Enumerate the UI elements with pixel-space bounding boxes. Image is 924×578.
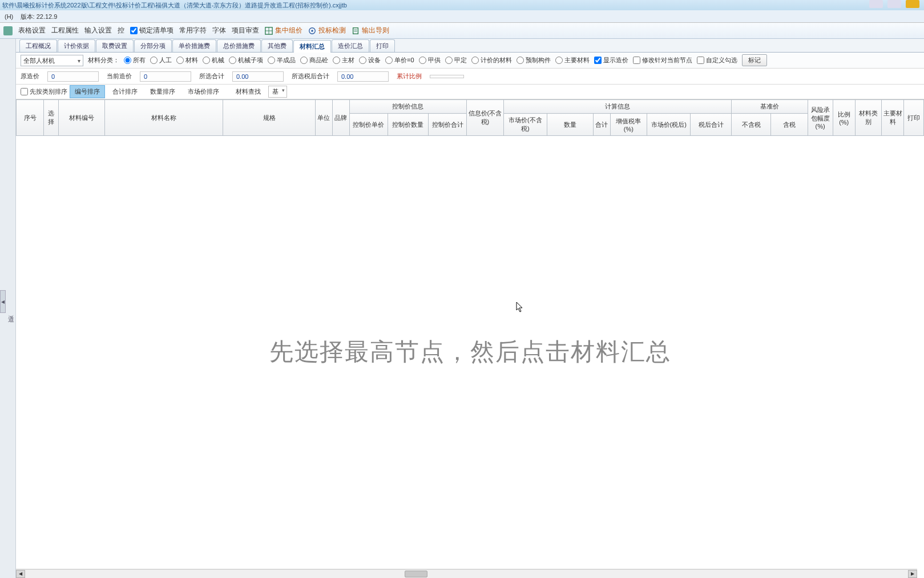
col-ratio[interactable]: 比例(%) (833, 100, 855, 136)
col-market-aftertax[interactable]: 市场价(税后) (647, 114, 691, 136)
data-grid[interactable]: 序号 选择 材料编号 材料名称 规格 单位 品牌 控制价信息 信息价(不含税) … (16, 99, 924, 578)
sort-by-qty[interactable]: 数量排序 (145, 85, 180, 98)
radio-concrete[interactable]: 商品砼 (300, 56, 328, 65)
radio-main-mat[interactable]: 主材 (333, 56, 354, 65)
tab-cost-summary[interactable]: 造价汇总 (332, 39, 369, 52)
radio-all[interactable]: 所有 (124, 56, 146, 65)
col-tax[interactable]: 含税 (771, 114, 808, 136)
grp-calc[interactable]: 计算信息 (503, 100, 731, 114)
radio-key-mat[interactable]: 主要材料 (555, 56, 590, 65)
orig-price-value[interactable]: 0 (47, 71, 99, 82)
tab-unit-measure[interactable]: 单价措施费 (172, 39, 216, 52)
radio-zero[interactable]: 单价=0 (385, 56, 414, 65)
radio-jiagong[interactable]: 甲供 (419, 56, 441, 65)
toolbar-item[interactable]: 字体 (212, 26, 226, 35)
version-value: 22.12.9 (37, 13, 58, 20)
toolbar-special-export[interactable]: 输出导则 (352, 26, 389, 35)
material-search[interactable]: 材料查找 (231, 85, 266, 98)
col-ctrl-price[interactable]: 控制价单价 (349, 114, 388, 136)
col-notax[interactable]: 不含税 (731, 114, 770, 136)
col-spec[interactable]: 规格 (223, 100, 316, 136)
base-combo[interactable]: 基 (268, 86, 287, 98)
tab-fee[interactable]: 取费设置 (96, 39, 134, 52)
col-main-material[interactable]: 主要材料 (881, 100, 903, 136)
col-category[interactable]: 材料类别 (855, 100, 881, 136)
radio-machine[interactable]: 机械 (203, 56, 224, 65)
radio-semi[interactable]: 半成品 (268, 56, 296, 65)
tab-subitem[interactable]: 分部分项 (134, 39, 172, 52)
sort-by-code[interactable]: 编号排序 (70, 85, 105, 98)
radio-prefab[interactable]: 预制构件 (517, 56, 551, 65)
toolbar-item[interactable]: 常用字符 (179, 26, 207, 35)
collapse-left-icon[interactable]: ◀ (0, 290, 6, 313)
chk-current-node[interactable]: 修改针对当前节点 (633, 56, 692, 65)
col-print[interactable]: 打印 (904, 100, 924, 136)
radio-priced[interactable]: 计价的材料 (471, 56, 512, 65)
orig-price-label: 原造价 (21, 72, 39, 81)
scroll-right-icon[interactable]: ▶ (908, 570, 917, 578)
menu-left[interactable]: (H) (5, 13, 13, 20)
col-qty[interactable]: 数量 (547, 114, 593, 136)
col-brand[interactable]: 品牌 (332, 100, 349, 136)
left-tree-strip[interactable]: ）道 ◀ (0, 39, 16, 578)
col-sum[interactable]: 合计 (593, 114, 610, 136)
toolbar-special-label: 投标检测 (318, 26, 346, 35)
tab-total-measure[interactable]: 总价措施费 (217, 39, 261, 52)
ratio-label: 累计比例 (397, 72, 422, 81)
chk-show-cost[interactable]: 显示造价 (594, 56, 628, 65)
radio-labor[interactable]: 人工 (150, 56, 172, 65)
sort-by-total[interactable]: 合计排序 (107, 85, 143, 98)
radio-jiading[interactable]: 甲定 (445, 56, 467, 65)
toolbar-item[interactable]: 工程属性 (51, 26, 79, 35)
radio-equip[interactable]: 设备 (359, 56, 381, 65)
sort-by-category-first[interactable]: 先按类别排序 (21, 87, 67, 96)
grp-base[interactable]: 基准价 (731, 100, 808, 114)
close-button[interactable] (906, 0, 919, 8)
tab-basis[interactable]: 计价依据 (58, 39, 95, 52)
svg-rect-5 (353, 27, 358, 34)
grid-icon (265, 27, 273, 35)
col-ctrl-qty[interactable]: 控制价数量 (388, 114, 429, 136)
col-select[interactable]: 选择 (44, 100, 58, 136)
radio-machine-sub[interactable]: 机械子项 (229, 56, 263, 65)
lock-list-checkbox[interactable]: 锁定清单项 (130, 26, 173, 35)
col-vat[interactable]: 增值税率(%) (610, 114, 647, 136)
chk-custom-select[interactable]: 自定义勾选 (697, 56, 737, 65)
col-unit[interactable]: 单位 (315, 100, 332, 136)
maximize-button[interactable] (887, 0, 901, 8)
scroll-track[interactable] (25, 570, 908, 578)
minimize-button[interactable] (869, 0, 883, 8)
col-ctrl-total[interactable]: 控制价合计 (429, 114, 467, 136)
menu-bar: (H) 版本: 22.12.9 (0, 10, 924, 23)
material-scope-combo[interactable]: 全部人材机 (21, 55, 83, 66)
sort-by-market[interactable]: 市场价排序 (183, 85, 224, 98)
tab-print[interactable]: 打印 (370, 39, 395, 52)
toolbar-item[interactable]: 控 (118, 26, 124, 35)
col-risk[interactable]: 风险承包幅度(%) (808, 100, 833, 136)
grp-control[interactable]: 控制价信息 (349, 100, 466, 114)
toolbar-special-detect[interactable]: 投标检测 (308, 26, 346, 35)
col-seq[interactable]: 序号 (17, 100, 44, 136)
tab-material-summary[interactable]: 材料汇总 (293, 40, 331, 53)
cur-price-value[interactable]: 0 (140, 71, 191, 82)
col-info-price[interactable]: 信息价(不含税) (467, 100, 504, 136)
lock-list-label: 锁定清单项 (139, 26, 173, 35)
horizontal-scrollbar[interactable]: ◀ ▶ (16, 569, 917, 578)
radio-material[interactable]: 材料 (176, 56, 198, 65)
toolbar-item[interactable]: 输入设置 (84, 26, 112, 35)
col-code[interactable]: 材料编号 (58, 100, 104, 136)
col-name[interactable]: 材料名称 (104, 100, 223, 136)
col-aftertax-total[interactable]: 税后合计 (691, 114, 732, 136)
scroll-thumb[interactable] (405, 571, 427, 577)
toolbar-special-group[interactable]: 集中组价 (265, 26, 302, 35)
mark-button[interactable]: 标记 (742, 54, 767, 66)
scroll-left-icon[interactable]: ◀ (16, 570, 25, 578)
tab-other[interactable]: 其他费 (261, 39, 293, 52)
tab-overview[interactable]: 工程概况 (19, 39, 57, 52)
toolbar-item[interactable]: 表格设置 (18, 26, 46, 35)
toolbar-item[interactable]: 项目审查 (232, 26, 259, 35)
col-market-notax[interactable]: 市场价(不含税) (503, 114, 547, 136)
save-icon[interactable] (3, 26, 13, 35)
sort-bar: 先按类别排序 编号排序 合计排序 数量排序 市场价排序 材料查找 基 (16, 85, 924, 99)
lock-list-input[interactable] (130, 27, 138, 34)
